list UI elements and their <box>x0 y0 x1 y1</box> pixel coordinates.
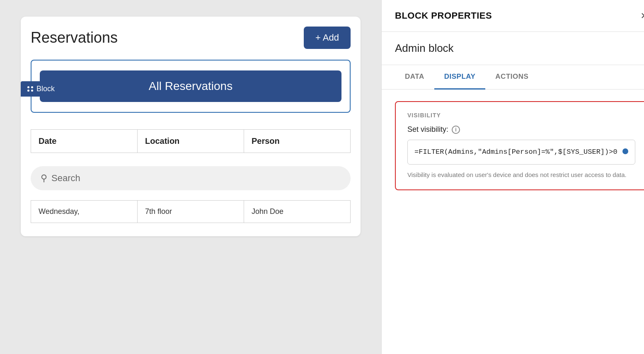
search-icon: ⚲ <box>41 173 47 184</box>
data-row: Wednesday, 7th floor John Doe <box>31 200 351 223</box>
add-button[interactable]: + Add <box>304 27 351 49</box>
visibility-note: Visibility is evaluated on user's device… <box>407 170 635 180</box>
data-cell-date: Wednesday, <box>31 200 137 223</box>
filter-row: Date Location Person <box>31 129 351 153</box>
visibility-label: VISIBILITY <box>407 112 635 119</box>
block-content: All Reservations <box>31 60 351 113</box>
panel-title: BLOCK PROPERTIES <box>395 10 492 21</box>
info-icon[interactable]: i <box>452 126 460 134</box>
search-bar[interactable]: ⚲ Search <box>31 166 351 190</box>
blue-dot-indicator <box>622 148 628 154</box>
tab-data[interactable]: DATA <box>395 65 434 90</box>
close-button[interactable]: × <box>641 10 644 22</box>
app-title: Reservations <box>31 29 118 46</box>
filter-person[interactable]: Person <box>244 129 351 153</box>
right-panel: BLOCK PROPERTIES × Admin block DATA DISP… <box>381 0 644 354</box>
left-panel: Reservations + Add Block All Reservation… <box>0 0 381 354</box>
app-card: Reservations + Add Block All Reservation… <box>21 17 361 236</box>
block-tab-label: Block <box>36 85 55 93</box>
formula-text: =FILTER(Admins,"Admins[Person]=%",$[SYS_… <box>414 147 617 158</box>
filter-date[interactable]: Date <box>31 129 137 153</box>
panel-header: BLOCK PROPERTIES × <box>382 0 644 32</box>
data-cell-location: 7th floor <box>137 200 244 223</box>
set-visibility-text: Set visibility: <box>407 125 448 134</box>
block-tab[interactable]: Block <box>21 81 61 97</box>
panel-body: VISIBILITY Set visibility: i =FILTER(Adm… <box>382 90 644 354</box>
set-visibility-row: Set visibility: i <box>407 125 635 134</box>
admin-block-label: Admin block <box>382 32 644 65</box>
drag-dots-icon <box>27 86 33 92</box>
visibility-section: VISIBILITY Set visibility: i =FILTER(Adm… <box>395 101 644 190</box>
tab-display[interactable]: DISPLAY <box>434 65 486 90</box>
tabs-container: DATA DISPLAY ACTIONS <box>382 65 644 90</box>
data-cell-person: John Doe <box>244 200 351 223</box>
app-header: Reservations + Add <box>31 27 351 49</box>
search-label: Search <box>51 173 80 184</box>
all-reservations-button[interactable]: All Reservations <box>40 70 341 102</box>
tab-actions[interactable]: ACTIONS <box>485 65 538 90</box>
formula-box[interactable]: =FILTER(Admins,"Admins[Person]=%",$[SYS_… <box>407 140 635 165</box>
filter-location[interactable]: Location <box>137 129 244 153</box>
